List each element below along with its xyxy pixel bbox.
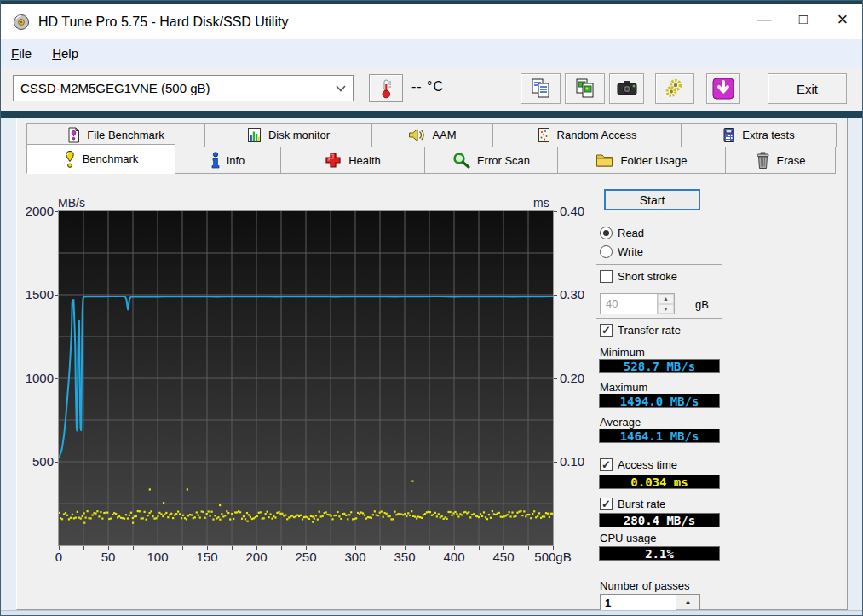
copy-image-icon: [574, 78, 596, 100]
tab-error-scan[interactable]: Error Scan: [424, 147, 558, 174]
separator: [596, 264, 722, 265]
maximum-value: 1494.0 MB/s: [599, 394, 720, 408]
axis-tick-label: 500: [16, 454, 54, 469]
tab-label: Random Access: [557, 129, 637, 141]
temperature-value: --: [411, 79, 423, 94]
minimum-value: 528.7 MB/s: [599, 359, 720, 373]
drive-select[interactable]: CSSD-M2M5GEG1VNE (500 gB): [13, 75, 354, 101]
copy-text-icon: [530, 78, 552, 100]
passes-value: 1: [601, 595, 676, 610]
tab-label: Benchmark: [83, 153, 139, 165]
tab-benchmark[interactable]: Benchmark: [26, 144, 175, 174]
transfer-rate-row[interactable]: ✓ Transfer rate: [600, 324, 681, 337]
tab-label: Disk monitor: [268, 129, 330, 141]
separator: [596, 318, 722, 319]
tab-info[interactable]: Info: [175, 147, 281, 174]
axis-tick-label: [182, 546, 183, 550]
transfer-rate-checkbox[interactable]: ✓: [600, 324, 613, 337]
passes-spinner[interactable]: 1 ▲: [600, 594, 700, 611]
axis-tick-label: [554, 211, 557, 212]
minimize-button[interactable]: —: [745, 4, 784, 35]
short-stroke-row[interactable]: Short stroke: [600, 270, 677, 283]
cpu-usage-value: 2.1%: [599, 546, 720, 561]
axis-tick-label: [59, 546, 60, 550]
axis-tick-label: 50: [83, 550, 134, 564]
options-button[interactable]: [655, 73, 694, 104]
temperature-unit: °C: [427, 79, 444, 94]
maximize-button[interactable]: □: [784, 4, 823, 35]
axis-tick-label: [256, 546, 257, 550]
save-download-icon: [711, 77, 735, 101]
start-button[interactable]: Start: [604, 189, 700, 210]
tab-folder-usage[interactable]: Folder Usage: [557, 147, 726, 174]
axis-tick-label: [554, 462, 557, 463]
burst-rate-value: 280.4 MB/s: [599, 513, 720, 527]
tab-random-access[interactable]: Random Access: [492, 123, 682, 147]
burst-rate-row[interactable]: ✓ Burst rate: [600, 498, 665, 510]
hdtune-window: HD Tune Pro 5.75 - Hard Disk/SSD Utility…: [0, 0, 863, 616]
axis-tick-label: 0: [33, 550, 84, 564]
axis-tick-label: [108, 546, 109, 550]
cpu-usage-label: CPU usage: [600, 532, 656, 544]
axis-tick-label: [454, 546, 455, 550]
axis-tick-label: [554, 295, 557, 296]
axis-tick-label: [281, 546, 282, 550]
capacity-unit: gB: [695, 298, 709, 311]
spin-up-icon[interactable]: ▲: [658, 294, 674, 304]
temperature-readout: -- °C: [411, 79, 444, 95]
short-stroke-checkbox[interactable]: [600, 270, 613, 283]
access-time-row[interactable]: ✓ Access time: [600, 458, 677, 471]
tab-aam[interactable]: AAM: [371, 123, 493, 147]
tab-label: Health: [348, 154, 381, 167]
axis-tick-label: 450: [478, 550, 529, 564]
tab-disk-monitor[interactable]: Disk monitor: [204, 123, 372, 147]
app-icon: [13, 14, 30, 31]
read-label: Read: [618, 227, 644, 239]
axis-tick-label: 2000: [16, 204, 54, 218]
spin-down-icon[interactable]: ▼: [658, 304, 674, 314]
trash-icon: [756, 152, 770, 170]
tab-erase[interactable]: Erase: [725, 147, 836, 174]
axis-tick-label: 200: [231, 550, 282, 564]
access-time-checkbox[interactable]: ✓: [600, 458, 613, 471]
write-radio[interactable]: [600, 245, 613, 258]
passes-label: Number of passes: [600, 579, 690, 592]
read-radio-row[interactable]: Read: [600, 227, 644, 239]
close-button[interactable]: ×: [823, 4, 862, 35]
axis-tick-label: 0.40: [560, 204, 597, 218]
passes-spin-up[interactable]: ▲: [676, 595, 699, 610]
burst-rate-checkbox[interactable]: ✓: [600, 498, 613, 510]
disk-monitor-icon: [247, 127, 262, 143]
axis-tick-label: [306, 546, 307, 550]
write-label: Write: [618, 245, 643, 258]
exit-button[interactable]: Exit: [768, 73, 847, 104]
tab-health[interactable]: Health: [280, 147, 425, 174]
axis-tick-label: 300: [330, 550, 381, 564]
drive-select-value: CSSD-M2M5GEG1VNE (500 gB): [20, 81, 210, 95]
save-button[interactable]: [706, 73, 740, 104]
screenshot-button[interactable]: [609, 73, 644, 104]
axis-tick-label: ms: [533, 196, 549, 210]
benchmark-icon: [64, 150, 76, 169]
access-time-value: 0.034 ms: [599, 475, 720, 489]
copy-text-button[interactable]: [521, 73, 561, 104]
axis-tick-label: [55, 378, 58, 379]
separator: [596, 343, 722, 343]
average-value: 1464.1 MB/s: [599, 429, 720, 443]
read-radio[interactable]: [600, 227, 613, 239]
axis-tick-label: [405, 546, 406, 550]
copy-image-button[interactable]: [565, 73, 605, 104]
axis-tick-label: [55, 462, 58, 463]
tab-extra-tests[interactable]: Extra tests: [681, 123, 837, 147]
magnifier-icon: [452, 152, 470, 169]
menu-file[interactable]: File: [1, 39, 42, 67]
axis-tick-label: 1500: [16, 287, 54, 302]
capacity-spin-buttons[interactable]: ▲ ▼: [657, 294, 674, 314]
menu-help[interactable]: Help: [42, 39, 89, 67]
calculator-icon: [722, 127, 735, 143]
folder-icon: [595, 153, 613, 168]
axis-tick-label: [55, 295, 58, 296]
temperature-button[interactable]: [369, 74, 403, 102]
write-radio-row[interactable]: Write: [600, 245, 643, 258]
capacity-spinner[interactable]: 40 ▲ ▼: [600, 293, 675, 314]
